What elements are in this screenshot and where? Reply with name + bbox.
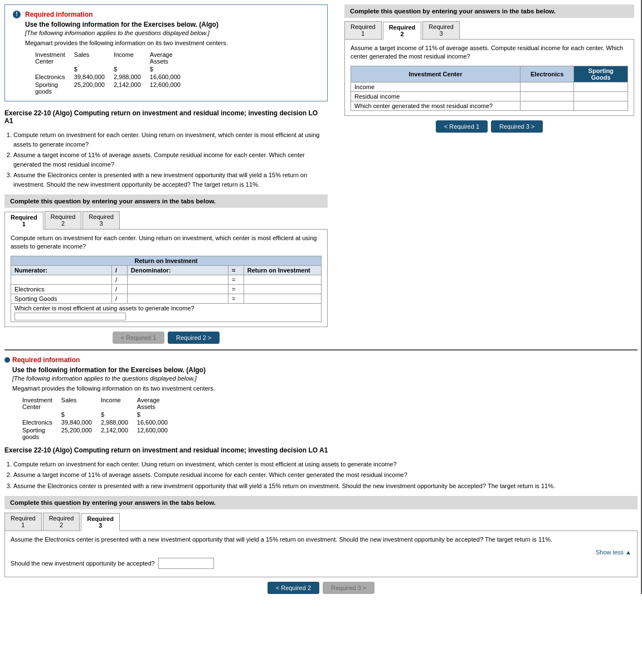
electronics-roi-input[interactable] xyxy=(247,286,286,293)
tab3-question-bottom: Assume the Electronics center is present… xyxy=(11,535,631,544)
tab-required-2-left[interactable]: Required2 xyxy=(45,211,82,229)
col-result-header: Return on Investment xyxy=(244,265,321,275)
income-sporting-input[interactable] xyxy=(577,84,616,90)
exercise-instructions-bottom: Compute return on investment for each ce… xyxy=(4,460,638,491)
intro-text-left: Megamart provides the following informat… xyxy=(25,40,228,46)
instruction-3-left: Assume the Electronics center is present… xyxy=(13,171,328,189)
use-following-bottom: Use the following information for the Ex… xyxy=(12,366,638,374)
col-equals-header: = xyxy=(228,265,244,275)
exercise-title-bottom: Exercise 22-10 (Algo) Computing return o… xyxy=(4,446,638,454)
residual-col-center: Investment Center xyxy=(351,66,521,82)
sporting-denominator-input[interactable] xyxy=(131,295,170,302)
exercise-instructions-left: Compute return on investment for each ce… xyxy=(4,130,328,189)
instruction-2-left: Assume a target income of 11% of average… xyxy=(13,150,328,169)
intro-text-bottom: Megamart provides the following informat… xyxy=(12,385,638,392)
accept-label: Should the new investment opportunity be… xyxy=(11,560,155,567)
tab-required-1-bottom[interactable]: Required1 xyxy=(4,513,42,530)
tab2-question-right: Assume a target income of 11% of average… xyxy=(351,44,628,61)
residual-col-electronics: Electronics xyxy=(520,66,574,82)
col-average-assets: AverageAssets xyxy=(145,51,185,65)
roi-row-sporting: Sporting Goods / = xyxy=(11,294,322,303)
col-sales: Sales xyxy=(70,51,109,65)
table-row: Electronics 39,840,000 2,988,000 16,600,… xyxy=(31,73,185,81)
accept-row: Should the new investment opportunity be… xyxy=(11,558,631,569)
instruction-1-left: Compute return on investment for each ce… xyxy=(13,130,328,149)
income-electronics-input[interactable] xyxy=(524,84,563,90)
exercise-title-left: Exercise 22-10 (Algo) Computing return o… xyxy=(4,109,328,125)
tab3-content-bottom: Assume the Electronics center is present… xyxy=(4,531,638,577)
prev-required-1-btn-right[interactable]: < Required 1 xyxy=(436,120,488,133)
required-info-title-left: Required information xyxy=(25,11,228,18)
complete-box-left: Complete this question by entering your … xyxy=(4,194,328,208)
roi-table-left: Return on Investment Numerator: / Denomi… xyxy=(11,256,322,322)
col-investment-center: InvestmentCenter xyxy=(31,51,70,65)
right-column: Complete this question by entering your … xyxy=(333,4,634,344)
tabs-row-right: Required1 Required2 Required3 xyxy=(344,21,634,40)
most-efficient-input[interactable] xyxy=(14,313,126,320)
page-wrapper: ! Required information Use the following… xyxy=(0,0,642,598)
residual-row-most: Which center generated the most residual… xyxy=(351,101,628,110)
tab-required-1-left[interactable]: Required1 xyxy=(4,212,43,230)
complete-box-right: Complete this question by entering your … xyxy=(344,4,634,18)
roi-row-electronics: Electronics / = xyxy=(11,284,322,294)
next-required-3-btn-right[interactable]: Required 3 > xyxy=(491,120,543,133)
accept-input[interactable] xyxy=(158,558,214,569)
tab1-content-left: Compute return on investment for each ce… xyxy=(4,230,328,327)
complete-box-bottom: Complete this question by entering your … xyxy=(4,496,638,509)
instruction-2-bottom: Assume a target income of 11% of average… xyxy=(13,470,638,480)
investment-table-bottom: InvestmentCenter Sales Income AverageAss… xyxy=(18,396,172,441)
prev-required-1-btn-left[interactable]: < Required 1 xyxy=(113,332,164,344)
tab2-content-right: Assume a target income of 11% of average… xyxy=(344,40,634,116)
italic-text-left: [The following information applies to th… xyxy=(25,30,228,36)
residual-col-sporting: SportingGoods xyxy=(574,66,628,82)
roi-row-note: Which center is most efficient at using … xyxy=(11,303,322,322)
bottom-half: Required information Use the following i… xyxy=(4,349,638,594)
instruction-1-bottom: Compute return on investment for each ce… xyxy=(13,460,638,469)
col-denominator-header: Denominator: xyxy=(127,265,228,275)
tab-required-3-right[interactable]: Required3 xyxy=(422,21,460,39)
residual-row-income: Income xyxy=(351,82,628,91)
next-required-2-btn-left[interactable]: Required 2 > xyxy=(168,332,220,344)
col-divider-header: / xyxy=(112,265,128,275)
instruction-3-bottom: Assume the Electronics center is present… xyxy=(13,481,638,491)
col-income: Income xyxy=(109,51,145,65)
table-row: Sportinggoods 25,200,000 2,142,000 12,60… xyxy=(31,81,185,95)
tabs-row-left: Required1 Required2 Required3 xyxy=(4,211,328,230)
blue-dot-indicator xyxy=(4,357,10,363)
top-half: ! Required information Use the following… xyxy=(4,4,638,344)
residual-electronics-input[interactable] xyxy=(524,93,563,100)
most-residual-sporting-input[interactable] xyxy=(577,103,616,109)
nav-buttons-left: < Required 1 Required 2 > xyxy=(4,332,328,344)
tab-required-2-right[interactable]: Required2 xyxy=(383,22,422,40)
required-info-box-left: ! Required information Use the following… xyxy=(4,4,328,101)
col-numerator-header: Numerator: xyxy=(11,265,112,275)
sporting-roi-input[interactable] xyxy=(247,295,286,302)
tabs-row-bottom: Required1 Required2 Required3 xyxy=(4,513,638,531)
residual-row-residual: Residual income xyxy=(351,91,628,101)
tab-required-3-left[interactable]: Required3 xyxy=(82,211,120,229)
residual-sporting-input[interactable] xyxy=(577,93,616,100)
left-column: ! Required information Use the following… xyxy=(4,4,328,344)
nav-buttons-right: < Required 1 Required 3 > xyxy=(344,120,634,133)
table-row: Electronics 39,840,000 2,988,000 16,600,… xyxy=(18,418,172,426)
use-following-left: Use the following information for the Ex… xyxy=(25,21,228,28)
investment-table-left: InvestmentCenter Sales Income AverageAss… xyxy=(31,51,185,95)
tab-required-2-bottom[interactable]: Required2 xyxy=(43,513,80,530)
most-residual-electronics-input[interactable] xyxy=(524,103,563,109)
next-required-3-btn-bottom[interactable]: Required 3 > xyxy=(323,582,374,594)
electronics-denominator-input[interactable] xyxy=(131,286,170,293)
tab-required-1-right[interactable]: Required1 xyxy=(344,21,382,39)
prev-required-2-btn-bottom[interactable]: < Required 2 xyxy=(268,582,319,594)
residual-table-right: Investment Center Electronics SportingGo… xyxy=(351,66,628,111)
italic-text-bottom: [The following information applies to th… xyxy=(12,375,638,382)
show-less-btn[interactable]: Show less ▲ xyxy=(596,549,631,556)
tab1-question-left: Compute return on investment for each ce… xyxy=(11,234,322,251)
nav-buttons-bottom: < Required 2 Required 3 > xyxy=(4,582,638,594)
tab-required-3-bottom[interactable]: Required3 xyxy=(81,513,120,531)
roi-table-header: Return on Investment xyxy=(11,256,322,265)
exclamation-icon: ! xyxy=(13,11,21,18)
roi-row-blank: / = xyxy=(11,275,322,284)
table-row: Sportinggoods 25,200,000 2,142,000 12,60… xyxy=(18,426,172,441)
required-info-title-bottom: Required information xyxy=(12,356,638,364)
